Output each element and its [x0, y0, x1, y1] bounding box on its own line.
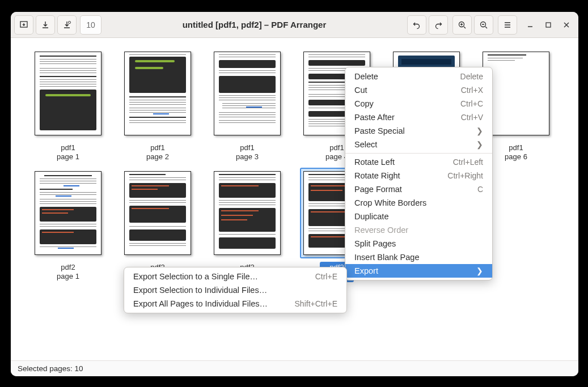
svg-rect-4 — [546, 23, 551, 27]
thumb-page: page 1 — [57, 152, 79, 161]
thumb-cell[interactable]: pdf1page 2 — [113, 48, 202, 163]
thumb-doc: pdf1 — [509, 143, 523, 152]
minimize-button[interactable] — [525, 20, 535, 30]
thumb-doc: pdf1 — [150, 143, 164, 152]
thumb-doc: pdf1 — [329, 143, 344, 152]
submenu-export-all-individual[interactable]: Export All Pages to Individual Files…Shi… — [124, 297, 346, 311]
menu-rotate-right[interactable]: Rotate RightCtrl+Right — [345, 169, 492, 182]
status-text: Selected pages: 10 — [18, 364, 83, 373]
thumb-page: page 1 — [57, 272, 79, 280]
chevron-right-icon: ❯ — [476, 140, 483, 149]
menu-copy[interactable]: CopyCtrl+C — [345, 97, 492, 110]
page-count-display: 10 — [80, 15, 101, 35]
menu-page-format[interactable]: Page FormatC — [345, 182, 492, 196]
menu-reverse-order: Reverse Order — [345, 223, 492, 237]
save-as-button[interactable] — [57, 15, 77, 35]
zoom-out-button[interactable] — [474, 15, 493, 35]
submenu-export-single[interactable]: Export Selection to a Single File…Ctrl+E — [124, 270, 346, 283]
chevron-right-icon: ❯ — [476, 126, 483, 135]
thumb-doc: pdf1 — [61, 143, 75, 152]
menu-paste-special[interactable]: Paste Special❯ — [345, 124, 492, 138]
menu-delete[interactable]: DeleteDelete — [345, 70, 492, 83]
app-window: 10 untitled [pdf1, pdf2] – PDF Arranger — [11, 12, 578, 376]
hamburger-menu-button[interactable] — [498, 15, 517, 35]
statusbar: Selected pages: 10 — [11, 360, 578, 376]
menu-crop-white-borders[interactable]: Crop White Borders — [345, 196, 492, 210]
titlebar: 10 untitled [pdf1, pdf2] – PDF Arranger — [11, 12, 578, 38]
thumb-page: page 6 — [505, 152, 527, 161]
thumb-cell[interactable]: pdf1page 3 — [202, 48, 292, 163]
thumb-page: page 3 — [236, 152, 259, 161]
zoom-in-button[interactable] — [452, 15, 472, 35]
menu-duplicate[interactable]: Duplicate — [345, 210, 492, 223]
close-button[interactable] — [561, 20, 572, 30]
thumb-cell[interactable]: pdf2page 1 — [23, 168, 113, 283]
menu-paste-after[interactable]: Paste AfterCtrl+V — [345, 110, 492, 124]
thumb-doc: pdf1 — [240, 143, 254, 152]
maximize-button[interactable] — [543, 20, 553, 30]
thumb-cell[interactable]: pdf2page 3 — [202, 168, 292, 283]
save-button[interactable] — [36, 15, 55, 35]
thumb-doc: pdf2 — [61, 263, 75, 271]
menu-cut[interactable]: CutCtrl+X — [345, 83, 492, 97]
submenu-export-individual[interactable]: Export Selection to Individual Files… — [124, 283, 346, 297]
menu-select[interactable]: Select❯ — [345, 138, 492, 151]
export-submenu: Export Selection to a Single File…Ctrl+E… — [124, 267, 347, 313]
thumb-page: page 2 — [146, 152, 169, 161]
menu-rotate-left[interactable]: Rotate LeftCtrl+Left — [345, 155, 492, 169]
undo-button[interactable] — [407, 15, 426, 35]
menu-insert-blank-page[interactable]: Insert Blank Page — [345, 250, 492, 264]
thumb-cell[interactable]: pdf2page 2 — [113, 168, 202, 283]
svg-point-1 — [69, 21, 71, 23]
menu-separator — [345, 153, 492, 154]
window-title: untitled [pdf1, pdf2] – PDF Arranger — [104, 20, 405, 29]
thumb-cell[interactable]: pdf1page 1 — [23, 48, 113, 163]
menu-export[interactable]: Export❯ — [345, 264, 492, 278]
import-button[interactable] — [14, 15, 33, 35]
thumbnail-grid: pdf1page 1 pdf1page 2 — [11, 38, 578, 292]
chevron-right-icon: ❯ — [476, 266, 483, 275]
redo-button[interactable] — [429, 15, 448, 35]
menu-split-pages[interactable]: Split Pages — [345, 237, 492, 250]
context-menu: DeleteDelete CutCtrl+X CopyCtrl+C Paste … — [345, 67, 493, 280]
